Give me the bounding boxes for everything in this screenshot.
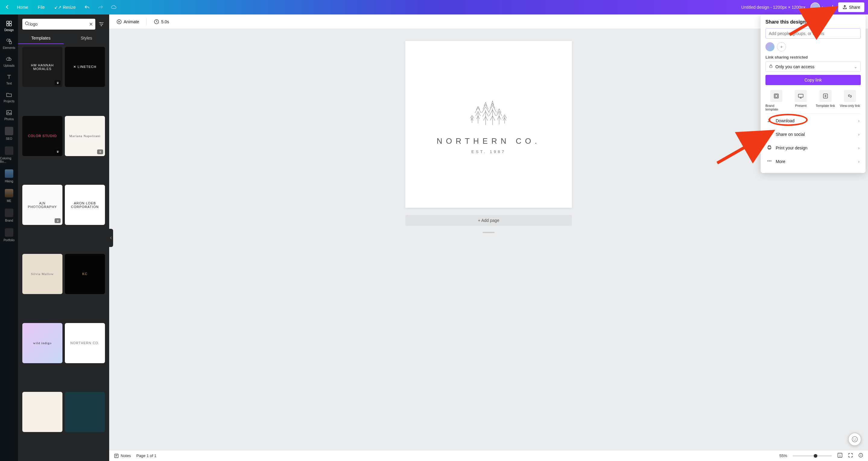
rail-label: Brand [5,219,13,222]
template-item[interactable]: Mariana Napolitani♛ [65,116,105,156]
tab-styles[interactable]: Styles [64,33,109,44]
svg-point-20 [852,436,858,442]
duration-button[interactable]: 5.0s [151,17,171,26]
present-icon [795,90,807,102]
chevron-right-icon: › [858,159,860,164]
share-action-tlink[interactable]: Template link [815,90,836,111]
rail-photos[interactable]: Photos [0,106,18,124]
svg-rect-25 [775,95,777,97]
search-box[interactable]: ✕ [22,19,95,30]
resize-button[interactable]: ↙↗Resize [51,2,79,12]
svg-rect-5 [9,42,11,44]
insights-icon[interactable] [827,2,838,13]
share-action-present[interactable]: Present [790,90,812,111]
add-person-button[interactable]: + [777,42,786,51]
redo-icon[interactable] [95,2,106,13]
template-item[interactable]: NORTHERN CO. [65,323,105,363]
tab-templates[interactable]: Templates [18,33,64,44]
templates-grid: HM HANNAH MORALES♛✕ LINETECHCOLOR STUDIO… [18,45,109,461]
template-item[interactable]: wild indigo [22,323,62,363]
document-title[interactable]: Untitled design - 1200px × 1200px [741,5,806,10]
svg-point-10 [102,24,103,25]
cloud-sync-icon[interactable] [108,2,119,13]
share-list-download[interactable]: Download› [766,114,861,127]
owner-avatar[interactable] [766,42,775,51]
uploads-icon [5,56,13,63]
app-thumb [5,146,13,155]
share-list-label: Share on social [776,132,805,137]
template-item[interactable]: A|N PHOTOGRAPHY♛ [22,185,62,225]
rail-elements[interactable]: Elements [0,35,18,53]
design-page[interactable]: NORTHERN CO. EST. 1987 [405,41,572,208]
svg-point-31 [769,161,770,162]
share-list-social[interactable]: Share on social› [766,127,861,141]
template-item[interactable]: COLOR STUDIO♛ [22,116,62,156]
share-list-label: Download [776,118,795,123]
back-icon[interactable] [4,4,11,10]
template-item[interactable]: ARON LOEB CORPORATION [65,185,105,225]
rail-hiking[interactable]: Hiking [0,166,18,186]
add-collaborator-button[interactable]: + [818,2,827,12]
file-button[interactable]: File [34,2,48,12]
share-list-print[interactable]: Print your design› [766,141,861,154]
sidepanel: ✕ Templates Styles HM HANNAH MORALES♛✕ L… [18,15,109,461]
svg-rect-15 [115,454,118,458]
premium-badge: ♛ [55,218,61,223]
template-item[interactable] [65,392,105,432]
template-item[interactable]: Silvia Mallow [22,254,62,294]
bottombar: Notes Page 1 of 1 55% 1 ? [109,450,868,461]
pages-drawer-handle[interactable] [483,232,495,233]
template-label: COLOR STUDIO [28,134,57,138]
rail-coloring[interactable]: Coloring Bo... [0,143,18,166]
svg-point-30 [768,161,769,162]
rail-label: Portfolio [4,238,15,242]
svg-rect-23 [770,66,772,68]
access-select[interactable]: Only you can access ⌄ [766,61,861,72]
tlink-icon [819,90,832,102]
rail-brand[interactable]: Brand [0,206,18,225]
canvas-area: Animate 5.0s [109,15,868,461]
social-icon [767,131,772,137]
grid-view-icon[interactable]: 1 [837,453,843,459]
filter-button[interactable] [98,19,105,30]
template-item[interactable]: ✕ LINETECH [65,47,105,87]
copy-link-button[interactable]: Copy link [766,75,861,85]
nav-rail: Design Elements Uploads Text Projects Ph… [0,15,18,461]
template-item[interactable]: HM HANNAH MORALES♛ [22,47,62,87]
share-list-more[interactable]: More› [766,154,861,168]
rail-seo[interactable]: SEO [0,124,18,143]
chevron-right-icon: › [858,132,860,137]
rail-uploads[interactable]: Uploads [0,53,18,70]
rail-label: Photos [4,117,13,121]
rail-label: Projects [4,99,14,103]
zoom-value[interactable]: 55% [779,454,787,458]
rail-design[interactable]: Design [0,17,18,35]
search-input[interactable] [30,22,89,27]
share-action-brand[interactable]: Brand template [766,90,787,111]
add-page-button[interactable]: + Add page [405,215,572,226]
clear-search-icon[interactable]: ✕ [89,22,93,27]
access-value: Only you can access [775,64,814,69]
rail-label: Hiking [5,180,13,183]
rail-portfolio[interactable]: Portfolio [0,225,18,245]
zoom-slider[interactable] [793,455,832,457]
rail-label: Coloring Bo... [0,157,18,163]
canvas-toolbar: Animate 5.0s [109,15,868,29]
share-people-input[interactable] [766,28,861,39]
share-button[interactable]: Share [838,2,864,12]
help-icon[interactable]: ? [858,453,863,459]
animate-button[interactable]: Animate [114,17,142,26]
home-button[interactable]: Home [13,2,32,12]
svg-point-21 [854,439,854,439]
share-action-vlink[interactable]: View-only link [839,90,861,111]
rail-text[interactable]: Text [0,70,18,88]
rail-me[interactable]: ME [0,186,18,206]
undo-icon[interactable] [82,2,93,13]
assistant-fab[interactable] [848,433,861,446]
template-item[interactable] [22,392,62,432]
svg-point-32 [771,161,772,162]
fullscreen-icon[interactable] [848,453,853,459]
notes-button[interactable]: Notes [114,454,131,458]
template-item[interactable]: KC [65,254,105,294]
rail-projects[interactable]: Projects [0,88,18,106]
